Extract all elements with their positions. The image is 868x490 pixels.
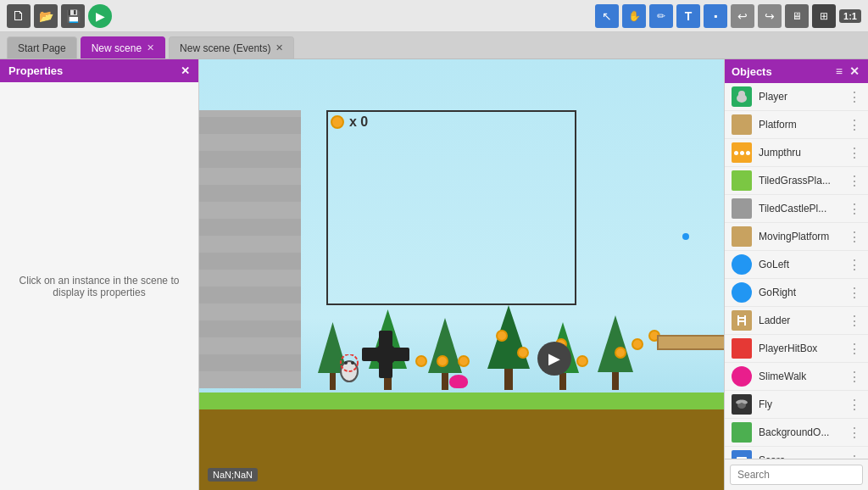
dpad-right[interactable]: [392, 348, 409, 361]
ground-dirt: [199, 409, 724, 490]
obj-tiledcastle-icon: [732, 198, 752, 219]
objects-header: Objects ≡ ✕: [725, 59, 868, 83]
tab-new-scene[interactable]: New scene ✕: [81, 36, 165, 58]
dpad-up[interactable]: [379, 331, 392, 348]
obj-tiledcastle-menu[interactable]: ⋮: [848, 201, 861, 217]
objects-close-icon[interactable]: ✕: [848, 64, 861, 78]
objects-panel: Objects ≡ ✕ Player ⋮ Platform ⋮: [724, 59, 868, 490]
obj-goleft-menu[interactable]: ⋮: [848, 257, 861, 273]
obj-goleft-icon: [732, 254, 752, 275]
obj-score-menu[interactable]: ⋮: [848, 453, 861, 459]
tab-new-scene-close[interactable]: ✕: [147, 42, 154, 53]
tabs-bar: Start Page New scene ✕ New scene (Events…: [0, 32, 868, 59]
obj-slimewalk[interactable]: SlimeWalk ⋮: [725, 363, 868, 391]
svg-rect-10: [612, 372, 619, 390]
svg-point-15: [351, 361, 354, 365]
obj-tiledgrass[interactable]: TiledGrassPla... ⋮: [725, 167, 868, 195]
svg-rect-4: [442, 373, 448, 390]
properties-header: Properties ✕: [0, 59, 198, 82]
properties-content: Click on an instance in the scene to dis…: [0, 82, 198, 490]
new-file-icon[interactable]: 🗋: [7, 4, 31, 28]
obj-jumpthru[interactable]: Jumpthru ⋮: [725, 139, 868, 167]
tab-new-scene-events-label: New scene (Events): [180, 42, 270, 54]
coordinates-badge: NaN;NaN: [208, 468, 258, 482]
obj-tiledgrass-menu[interactable]: ⋮: [848, 173, 861, 189]
obj-jumpthru-icon: [732, 142, 752, 163]
obj-player-menu[interactable]: ⋮: [848, 89, 861, 105]
obj-player[interactable]: Player ⋮: [725, 83, 868, 111]
obj-playerhitbox-menu[interactable]: ⋮: [848, 341, 861, 357]
obj-fly[interactable]: Fly ⋮: [725, 391, 868, 419]
obj-score[interactable]: Score ⋮: [725, 447, 868, 459]
action-button[interactable]: ▶: [537, 342, 571, 376]
obj-slimewalk-icon: [732, 366, 752, 387]
obj-backgroundo-menu[interactable]: ⋮: [848, 425, 861, 441]
main-area: Properties ✕ Click on an instance in the…: [0, 59, 868, 490]
coin-2: [437, 355, 448, 367]
obj-ladder-icon: [732, 310, 752, 331]
blue-dot: [682, 233, 689, 240]
obj-goleft[interactable]: GoLeft ⋮: [725, 251, 868, 279]
obj-slimewalk-menu[interactable]: ⋮: [848, 369, 861, 385]
obj-playerhitbox-icon: [732, 338, 752, 359]
obj-backgroundo[interactable]: BackgroundO... ⋮: [725, 419, 868, 447]
dpad-center: [377, 346, 394, 363]
score-display: x 0: [331, 114, 368, 130]
tab-start-page[interactable]: Start Page: [7, 36, 77, 58]
obj-fly-menu[interactable]: ⋮: [848, 397, 861, 413]
obj-platform-menu[interactable]: ⋮: [848, 117, 861, 133]
obj-playerhitbox[interactable]: PlayerHitBox ⋮: [725, 335, 868, 363]
obj-movingplatform[interactable]: MovingPlatform ⋮: [725, 223, 868, 251]
game-viewport: [326, 110, 576, 305]
gray-platform-block: [199, 110, 301, 388]
scene-canvas[interactable]: x 0 ▶: [199, 59, 724, 490]
tab-new-scene-events-close[interactable]: ✕: [275, 42, 283, 53]
pencil-tool-icon[interactable]: ✏: [649, 4, 673, 28]
objects-filter-icon[interactable]: ≡: [834, 64, 844, 78]
pan-tool-icon[interactable]: ✋: [622, 4, 646, 28]
coin-5: [517, 347, 529, 359]
open-folder-icon[interactable]: 📂: [34, 4, 58, 28]
properties-title: Properties: [8, 64, 63, 77]
preview-icon[interactable]: 🖥: [785, 4, 809, 28]
dpad-down[interactable]: [379, 361, 392, 378]
obj-jumpthru-menu[interactable]: ⋮: [848, 145, 861, 161]
cursor-tool-icon[interactable]: ↖: [595, 4, 619, 28]
obj-goright-icon: [732, 282, 752, 303]
obj-goleft-name: GoLeft: [759, 259, 841, 270]
properties-close-icon[interactable]: ✕: [181, 64, 190, 77]
tab-new-scene-events[interactable]: New scene (Events) ✕: [169, 36, 294, 58]
svg-rect-6: [504, 369, 513, 390]
obj-goright[interactable]: GoRight ⋮: [725, 279, 868, 307]
dpad-left[interactable]: [362, 348, 379, 361]
obj-platform-name: Platform: [759, 119, 841, 131]
obj-platform[interactable]: Platform ⋮: [725, 111, 868, 139]
obj-player-name: Player: [759, 91, 841, 103]
obj-ladder[interactable]: Ladder ⋮: [725, 307, 868, 335]
objects-header-controls: ≡ ✕: [834, 64, 861, 78]
obj-movingplatform-icon: [732, 226, 752, 247]
undo-icon[interactable]: ↩: [731, 4, 754, 28]
text-tool-icon[interactable]: T: [676, 4, 700, 28]
play-icon[interactable]: ▶: [88, 4, 112, 28]
svg-rect-21: [737, 320, 746, 322]
obj-tiledcastle-name: TiledCastlePl...: [759, 203, 841, 214]
save-icon[interactable]: 💾: [61, 4, 85, 28]
redo-icon[interactable]: ↪: [758, 4, 782, 28]
obj-movingplatform-menu[interactable]: ⋮: [848, 229, 861, 245]
obj-backgroundo-name: BackgroundO...: [759, 426, 841, 438]
obj-ladder-menu[interactable]: ⋮: [848, 313, 861, 329]
obj-goright-name: GoRight: [759, 287, 841, 298]
score-coin-icon: [331, 115, 344, 129]
slime-character: [449, 375, 468, 388]
obj-slimewalk-name: SlimeWalk: [759, 370, 841, 382]
grid-icon[interactable]: ⊞: [812, 4, 836, 28]
obj-movingplatform-name: MovingPlatform: [759, 231, 841, 242]
obj-tiledgrass-icon: [732, 170, 752, 191]
obj-goright-menu[interactable]: ⋮: [848, 285, 861, 301]
objects-search-input[interactable]: [730, 465, 863, 485]
layers-icon[interactable]: ▪: [704, 4, 727, 28]
dpad[interactable]: [360, 329, 411, 380]
coin-3: [458, 355, 470, 367]
obj-tiledcastle[interactable]: TiledCastlePl... ⋮: [725, 195, 868, 223]
